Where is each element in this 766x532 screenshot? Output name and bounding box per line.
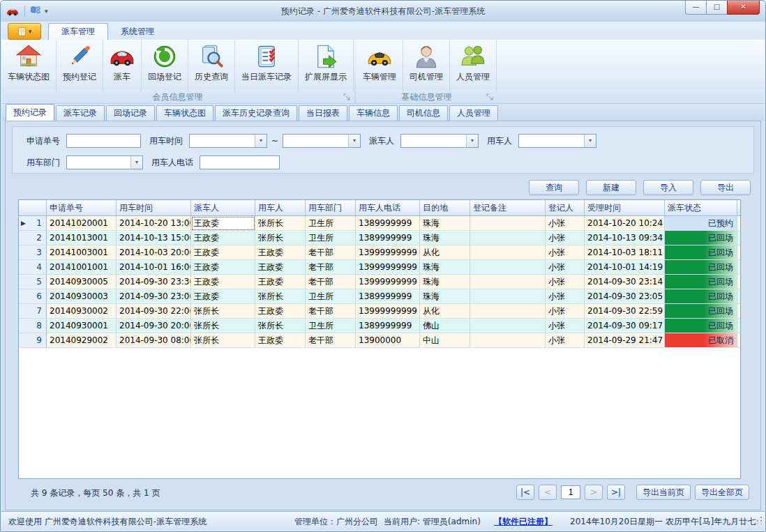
use-time-cell[interactable]: 2014-10-03 20:00 [117,245,191,260]
first-page-button[interactable]: |< [516,485,534,500]
row-number-cell[interactable]: ▶6 [19,289,47,304]
grid-column-header[interactable]: 派车状态▼ [665,200,737,215]
user-cell[interactable]: 王政委 [255,245,306,260]
phone-cell[interactable]: 13999999999 [356,245,420,260]
remark-cell[interactable] [470,289,546,304]
department-cell[interactable]: 卫生所 [306,231,356,245]
chevron-down-icon[interactable]: ▾ [584,135,596,147]
destination-cell[interactable]: 珠海 [420,231,470,245]
export-current-page-button[interactable]: 导出当前页 [636,485,691,500]
table-row[interactable]: ▶5 20140930005 2014-09-30 23:30 王政委 王政委 … [19,275,740,289]
use-time-cell[interactable]: 2014-09-30 23:00 [117,289,191,304]
phone-cell[interactable]: 1389999999 [356,289,420,304]
user-cell[interactable]: 王政委 [255,333,306,348]
grid-column-header[interactable]: 登记人▼ [546,200,585,215]
status-cell[interactable]: 已回场 [665,289,737,304]
document-tab[interactable]: 人员管理× [449,105,498,121]
table-row[interactable]: ▶8 20140930001 2014-09-30 20:00 张所长 张所长 … [19,319,740,333]
registrar-cell[interactable]: 小张 [546,289,585,304]
chevron-down-icon[interactable]: ▾ [466,135,478,147]
destination-cell[interactable]: 珠海 [420,289,470,304]
department-cell[interactable]: 老干部 [306,275,356,289]
use-time-cell[interactable]: 2014-10-13 15:00 [117,231,191,245]
status-cell[interactable]: 已回场 [665,275,737,289]
apply-no-cell[interactable]: 20141013001 [47,231,117,245]
user-cell[interactable]: 张所长 [255,319,306,333]
accept-time-cell[interactable]: 2014-10-13 09:34 [585,231,665,245]
status-cell[interactable]: 已回场 [665,231,737,245]
phone-cell[interactable]: 1389999999 [356,231,420,245]
registrar-cell[interactable]: 小张 [546,231,585,245]
use-time-to-combo[interactable]: ▾ [283,134,361,148]
destination-cell[interactable]: 佛山 [420,319,470,333]
grid-column-header[interactable]: 用车时间▼ [117,200,191,215]
department-cell[interactable]: 老干部 [306,333,356,348]
resize-grip[interactable] [754,516,763,524]
accept-time-cell[interactable]: 2014-09-29 21:47 [585,333,665,348]
status-cell[interactable]: 已取消 [665,333,737,348]
ribbon-tab[interactable]: 派车管理 [48,23,108,40]
query-button[interactable]: 查询 [529,180,579,195]
row-number-cell[interactable]: ▶3 [19,245,47,260]
dispatcher-cell[interactable]: 王政委 [191,245,255,260]
remark-cell[interactable] [470,260,546,275]
status-cell[interactable]: 已回场 [665,319,737,333]
document-tab[interactable]: 车辆状态图× [156,105,213,121]
grid-column-header[interactable]: 用车人▼ [255,200,306,215]
dispatcher-cell[interactable]: 王政委 [191,231,255,245]
export-button[interactable]: 导出 [700,180,751,195]
minimize-button[interactable]: — [685,1,707,15]
row-number-cell[interactable]: ▶9 [19,333,47,348]
registrar-cell[interactable]: 小张 [546,304,585,319]
dispatcher-cell[interactable]: 王政委 [191,260,255,275]
remark-cell[interactable] [470,275,546,289]
apply-no-cell[interactable]: 20141001001 [47,260,117,275]
grid-column-header[interactable]: 用车部门▼ [306,200,356,215]
last-page-button[interactable]: >| [607,485,625,500]
document-tab[interactable]: 派车记录× [56,105,105,121]
dispatcher-cell[interactable]: 张所长 [191,333,255,348]
phone-cell[interactable]: 1389999999 [356,319,420,333]
user-cell[interactable]: 王政委 [255,260,306,275]
remark-cell[interactable] [470,231,546,245]
destination-cell[interactable]: 中山 [420,333,470,348]
import-button[interactable]: 导入 [643,180,693,195]
document-tab[interactable]: 回场记录× [106,105,155,121]
dialog-launcher-icon[interactable] [486,93,494,101]
accept-time-cell[interactable]: 2014-09-30 23:05 [585,289,665,304]
table-row[interactable]: ▶3 20141003001 2014-10-03 20:00 王政委 王政委 … [19,245,740,260]
use-time-cell[interactable]: 2014-09-30 23:30 [117,275,191,289]
ribbon-button[interactable]: 车辆管理 [356,40,403,91]
use-time-cell[interactable]: 2014-10-20 13:00 [117,216,191,231]
row-number-cell[interactable]: ▶4 [19,260,47,275]
use-time-cell[interactable]: 2014-09-30 20:00 [117,319,191,333]
phone-cell[interactable]: 13999999999 [356,275,420,289]
application-menu-button[interactable]: ▾ [8,23,41,40]
user-cell[interactable]: 王政委 [255,275,306,289]
apply-no-cell[interactable]: 20140929002 [47,333,117,348]
destination-cell[interactable]: 从化 [420,245,470,260]
close-button[interactable]: ✕ [727,1,760,15]
destination-cell[interactable]: 珠海 [420,275,470,289]
dispatcher-cell[interactable]: 王政委 [191,216,255,231]
user-cell[interactable]: 张所长 [255,289,306,304]
department-cell[interactable]: 卫生所 [306,319,356,333]
chevron-down-icon[interactable]: ▾ [348,135,360,147]
ribbon-button[interactable]: 车辆状态图 [1,40,57,91]
page-number-input[interactable] [561,485,580,499]
export-all-pages-button[interactable]: 导出全部页 [695,485,749,500]
row-number-cell[interactable]: ▶1 [19,216,47,231]
use-time-cell[interactable]: 2014-09-30 22:00 [117,304,191,319]
department-combo[interactable]: ▾ [66,155,143,169]
accept-time-cell[interactable]: 2014-09-30 23:14 [585,275,665,289]
create-button[interactable]: 新建 [586,180,636,195]
phone-cell[interactable]: 1389999999 [356,216,420,231]
ribbon-button[interactable]: 派车 [103,40,142,91]
document-tab[interactable]: 车辆信息× [349,105,398,121]
ribbon-button[interactable]: 历史查询 [188,40,235,91]
registered-link[interactable]: 【软件已注册】 [494,516,553,528]
document-tab[interactable]: 当日报表× [299,105,347,121]
table-row[interactable]: ▶6 20140930003 2014-09-30 23:00 王政委 张所长 … [19,289,740,304]
apply-no-cell[interactable]: 20140930003 [47,289,117,304]
table-row[interactable]: ▶7 20140930002 2014-09-30 22:00 张所长 王政委 … [19,304,740,319]
